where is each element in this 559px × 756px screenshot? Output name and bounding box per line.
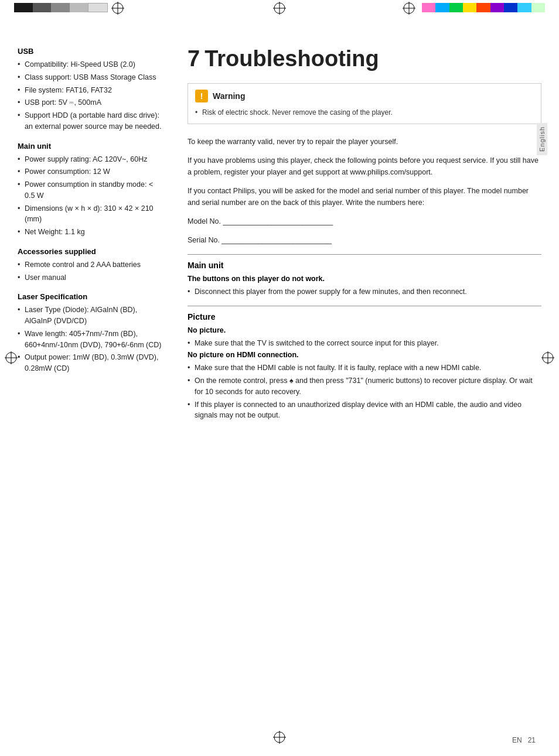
warning-icon: ! [195,90,208,102]
reg-mark-tl [111,2,124,16]
top-decoration [0,0,559,18]
list-item: If this player is connected to an unauth… [188,399,541,422]
chapter-number: 7 [188,46,200,71]
warning-title: Warning [213,91,245,101]
list-item: Power consumption in standby mode: < 0.5… [18,179,164,201]
lang-abbrev: EN [512,736,522,744]
intro-text-1: To keep the warranty valid, never try to… [188,136,541,148]
no-picture-list: Make sure that the TV is switched to the… [188,338,541,349]
accessories-heading: Accessories supplied [18,247,164,256]
picture-heading: Picture [188,312,541,321]
content-wrapper: USB Compatibility: Hi-Speed USB (2.0) Cl… [0,18,559,441]
reg-mark-bottom [273,731,286,745]
left-swatches [14,3,108,12]
laser-heading: Laser Specification [18,292,164,301]
usb-list: Compatibility: Hi-Speed USB (2.0) Class … [18,59,164,132]
registration-area [0,0,559,18]
list-item: Make sure that the TV is switched to the… [188,338,541,349]
intro-text-2: If you have problems using this player, … [188,155,541,178]
footer: EN 21 [512,736,536,744]
no-hdmi-heading: No picture on HDMI connection. [188,351,541,359]
list-item: Laser Type (Diode): AlGaInN (BD), AlGaIn… [18,305,164,327]
page-number: 21 [528,736,536,744]
list-item: User manual [18,272,164,283]
reg-mark-tc [273,2,286,16]
main-unit-list: Power supply rating: AC 120V~, 60Hz Powe… [18,154,164,238]
list-item: USB port: 5V ⎓, 500mA [18,97,164,108]
buttons-not-work-heading: The buttons on this player do not work. [188,275,541,283]
warning-box: ! Warning Risk of electric shock. Never … [188,83,541,124]
no-picture-heading: No picture. [188,326,541,334]
main-unit-heading: Main unit [18,142,164,150]
list-item: Wave length: 405+7nm/-7nm (BD), 660+4nm/… [18,329,164,351]
chapter-heading: 7Troubleshooting [188,47,541,71]
list-item: Class support: USB Mass Storage Class [18,72,164,83]
list-item: Power consumption: 12 W [18,166,164,177]
reg-mark-tr [403,2,415,16]
right-swatches [422,3,545,12]
usb-heading: USB [18,47,164,56]
list-item: Net Weight: 1.1 kg [18,227,164,238]
list-item: Dimensions (w × h × d): 310 × 42 × 210 (… [18,203,164,225]
model-no: Model No. ___________________________ [188,215,541,227]
warning-list: Risk of electric shock. Never remove the… [195,107,534,118]
section-divider-1 [188,254,541,255]
reg-mark-ml [5,351,18,366]
list-item: Disconnect this player from the power su… [188,286,541,297]
list-item: Compatibility: Hi-Speed USB (2.0) [18,59,164,70]
main-unit-rc-heading: Main unit [188,261,541,270]
buttons-not-work-list: Disconnect this player from the power su… [188,286,541,297]
list-item: Support HDD (a portable hard disc drive)… [18,110,164,132]
list-item: File system: FAT16, FAT32 [18,85,164,96]
laser-list: Laser Type (Diode): AlGaInN (BD), AlGaIn… [18,305,164,374]
accessories-list: Remote control and 2 AAA batteries User … [18,259,164,283]
warning-item: Risk of electric shock. Never remove the… [195,107,534,118]
list-item: Power supply rating: AC 120V~, 60Hz [18,154,164,165]
reg-mark-mr [541,351,554,366]
warning-header: ! Warning [195,90,534,102]
serial-no: Serial No. ___________________________ [188,234,541,246]
section-divider-2 [188,306,541,306]
no-hdmi-list: Make sure that the HDMI cable is not fau… [188,362,541,421]
list-item: Make sure that the HDMI cable is not fau… [188,362,541,374]
left-column: USB Compatibility: Hi-Speed USB (2.0) Cl… [18,47,176,423]
language-label: English [537,123,547,155]
right-column: English 7Troubleshooting ! Warning Risk … [176,47,541,423]
list-item: On the remote control, press ♠ and then … [188,375,541,398]
list-item: Output power: 1mW (BD), 0.3mW (DVD), 0.2… [18,352,164,374]
chapter-title: Troubleshooting [204,46,379,71]
list-item: Remote control and 2 AAA batteries [18,259,164,271]
intro-text-3: If you contact Philips, you will be aske… [188,185,541,208]
